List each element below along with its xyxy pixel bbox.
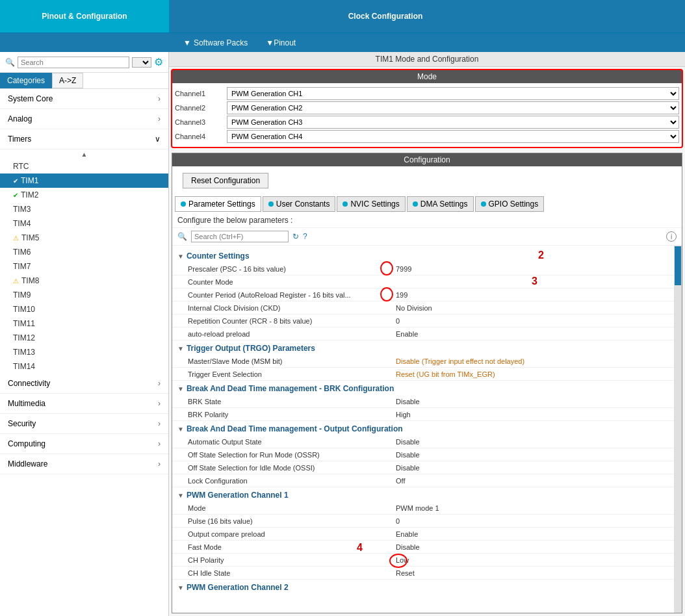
auto-output-row: Automatic Output State Disable [172,435,674,448]
main-layout: 🔍 ⚙ Categories A->Z System Core › Analog… [0,52,685,616]
sidebar-item-tim3[interactable]: TIM3 [0,202,168,216]
channel4-label: Channel4 [175,133,227,140]
sidebar-item-system-core[interactable]: System Core › [0,89,168,109]
tab-categories[interactable]: Categories [0,73,52,88]
tab-gpio-settings[interactable]: GPIO Settings [475,196,545,212]
search-input[interactable] [18,57,129,68]
pwm-ch1-group: ▼ PWM Generation Channel 1 Mode PWM mode… [172,489,674,580]
pinout-btn[interactable]: ▼ Pinout [258,38,304,47]
pulse-name: Pulse (16 bits value) [188,517,396,525]
sidebar-item-analog[interactable]: Analog › [0,109,168,129]
scroll-up-btn[interactable]: ▲ [0,149,168,159]
tab-parameter-settings[interactable]: Parameter Settings [175,196,261,212]
search-dropdown[interactable] [132,57,151,68]
tab-dma-settings[interactable]: DMA Settings [407,196,474,212]
top-header: Pinout & Configuration Clock Configurati… [0,0,685,32]
reset-configuration-button[interactable]: Reset Configuration [183,173,268,188]
config-header: Configuration [172,153,682,166]
sidebar-item-security[interactable]: Security › [0,414,168,434]
tim10-label: TIM10 [13,305,35,314]
tab-az[interactable]: A->Z [52,73,83,88]
ossr-value: Disable [396,451,669,459]
sidebar-item-tim5[interactable]: ⚠ TIM5 [0,231,168,245]
sidebar-item-tim13[interactable]: TIM13 [0,345,168,359]
ch-idle-value: Reset [396,569,669,577]
channel1-select[interactable]: PWM Generation CH1 [227,87,679,100]
brk-output-header[interactable]: ▼ Break And Dead Time management - Outpu… [172,422,674,435]
sidebar-item-multimedia[interactable]: Multimedia › [0,394,168,414]
sidebar-item-tim4[interactable]: TIM4 [0,216,168,231]
clock-config-tab[interactable]: Clock Configuration [169,0,601,32]
warn-icon-tim8: ⚠ [13,277,19,285]
rcr-row: Repetition Counter (RCR - 8 bits value) … [172,314,674,327]
sidebar-item-tim2[interactable]: ✔ TIM2 [0,188,168,202]
sidebar-item-tim12[interactable]: TIM12 [0,331,168,345]
sidebar-item-tim11[interactable]: TIM11 [0,316,168,331]
pinout-config-label: Pinout & Configuration [42,12,127,21]
sidebar-item-tim14[interactable]: TIM14 [0,359,168,374]
tim1-label: TIM1 [21,176,38,185]
refresh-icon[interactable]: ↻ [292,232,299,241]
warn-icon-tim5: ⚠ [13,235,19,242]
channel3-select[interactable]: PWM Generation CH3 [227,116,679,129]
ossr-name: Off State Selection for Run Mode (OSSR) [188,451,396,459]
multimedia-label: Multimedia [8,399,45,408]
ossi-value: Disable [396,464,669,472]
sidebar-item-connectivity[interactable]: Connectivity › [0,374,168,394]
tim5-label: TIM5 [21,233,39,242]
main-content: TIM1 Mode and Configuration Mode Channel… [169,52,685,616]
pwm-ch1-label: PWM Generation Channel 1 [187,491,289,500]
tab-gpio-label: GPIO Settings [489,199,539,209]
scroll-thumb[interactable] [675,246,681,285]
trigger-output-label: Trigger Output (TRGO) Parameters [187,344,315,353]
tim6-label: TIM6 [13,248,31,257]
pwm-mode-row: Mode PWM mode 1 [172,502,674,515]
chevron-right-icon-2: › [158,114,161,123]
param-search-input[interactable] [191,231,289,242]
tim2-label: TIM2 [21,190,38,199]
ckd-row: Internal Clock Division (CKD) No Divisio… [172,302,674,314]
sidebar-item-tim8[interactable]: ⚠ TIM8 [0,274,168,288]
sidebar-item-tim7[interactable]: TIM7 [0,259,168,274]
sidebar-item-tim10[interactable]: TIM10 [0,302,168,316]
sidebar-item-timers[interactable]: Timers ∨ [0,129,168,149]
pulse-value: 0 [396,517,669,525]
counter-period-value: 199 [396,291,669,299]
sidebar-item-rtc[interactable]: RTC [0,159,168,173]
sidebar-item-tim9[interactable]: TIM9 [0,288,168,302]
tim1-title-bar: TIM1 Mode and Configuration [169,52,685,67]
sidebar-item-tim6[interactable]: TIM6 [0,245,168,259]
brk-polarity-value: High [396,411,669,418]
header-right [601,0,685,32]
sidebar-item-middleware[interactable]: Middleware › [0,454,168,474]
tab-dot-uc [268,201,274,207]
tim8-label: TIM8 [21,276,39,285]
tab-user-constants[interactable]: User Constants [263,196,336,212]
vertical-scrollbar[interactable] [674,246,682,613]
tab-nvic-label: NVIC Settings [350,199,399,209]
channel2-select[interactable]: PWM Generation CH2 [227,101,679,114]
brk-config-group: ▼ Break And Dead Time management - BRK C… [172,382,674,421]
channel4-select[interactable]: PWM Generation CH4 [227,130,679,143]
brk-polarity-name: BRK Polarity [188,411,396,418]
counter-settings-header[interactable]: ▼ Counter Settings [172,250,674,263]
gear-icon[interactable]: ⚙ [154,56,163,68]
pinout-config-tab[interactable]: Pinout & Configuration [0,0,169,32]
tab-nvic-settings[interactable]: NVIC Settings [337,196,405,212]
sidebar-item-tim1[interactable]: ✔ TIM1 [0,173,168,188]
system-core-label: System Core [8,94,53,103]
help-icon[interactable]: ? [303,232,307,241]
tab-dot-params [181,201,186,207]
software-packs-btn[interactable]: ▼ Software Packs [175,38,258,47]
brk-config-header[interactable]: ▼ Break And Dead Time management - BRK C… [172,382,674,395]
pwm-ch2-header[interactable]: ▼ PWM Generation Channel 2 [172,581,674,594]
fast-mode-value: Disable [396,543,669,551]
pwm-ch1-header[interactable]: ▼ PWM Generation Channel 1 [172,489,674,502]
collapse-icon-brk-out: ▼ [177,426,184,433]
middleware-label: Middleware [8,459,47,468]
sidebar-item-computing[interactable]: Computing › [0,434,168,454]
security-label: Security [8,419,36,428]
trigger-output-header[interactable]: ▼ Trigger Output (TRGO) Parameters [172,342,674,355]
channel3-row: Channel3 PWM Generation CH3 [175,116,679,129]
brk-output-group: ▼ Break And Dead Time management - Outpu… [172,422,674,487]
